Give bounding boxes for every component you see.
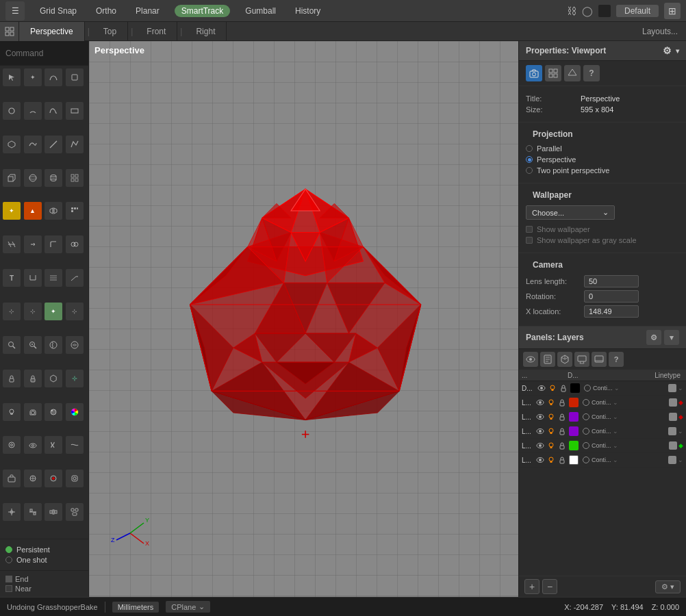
grasshopper-tool[interactable]: ⊹ [66,370,84,387]
snap-tool[interactable]: ⊹ [3,303,21,320]
persistent-radio[interactable] [5,546,12,553]
tab-front[interactable]: Front [136,22,177,41]
layer-color-3[interactable] [569,426,579,436]
line-tool[interactable] [45,136,62,153]
perspective-radio[interactable] [526,156,533,163]
layer-dot-1[interactable] [583,399,589,406]
projection-parallel[interactable]: Parallel [526,144,679,153]
tab-perspective[interactable]: Perspective [19,22,85,41]
arc-tool[interactable] [24,102,42,120]
app-menu-button[interactable]: ☰ [5,1,25,21]
layer-dot-4[interactable] [583,442,589,449]
light-tool[interactable] [3,403,21,421]
smarttrack-button[interactable]: SmartTrack [175,5,231,17]
add-layer-button[interactable]: + [524,579,539,594]
record-tool[interactable] [45,470,62,487]
circle-tool[interactable] [3,102,21,120]
layer-lock-icon-4[interactable] [557,441,567,450]
fire-tool[interactable]: ▲ [24,202,42,220]
layer-row-5[interactable]: L... Conti... ⌄ ⌄ [519,453,686,467]
layer-visible-icon-5[interactable] [535,455,545,465]
wallpaper-choose-dropdown[interactable]: Choose... ⌄ [526,205,615,220]
gridsnap-button[interactable]: Grid Snap [36,5,81,17]
text-tool[interactable]: T [3,269,21,287]
rotation-input[interactable] [584,290,639,303]
camera2-tool[interactable] [24,403,42,421]
layer-endcolor-5[interactable] [668,456,676,464]
layer-lock-icon-1[interactable] [557,398,567,407]
layer-dot-2[interactable] [583,413,589,420]
panel-chevron-icon[interactable]: ▾ [676,47,679,55]
snap-end[interactable]: End [5,575,83,583]
point-tool[interactable]: ✦ [24,68,42,86]
flow2-tool[interactable] [66,436,84,454]
group-tool[interactable] [66,503,84,521]
rect-tool[interactable] [66,102,84,120]
layer-color-4[interactable] [569,441,579,450]
layer-row-2[interactable]: L... Conti... ⌄ ◆ [519,410,686,424]
layer-dot-3[interactable] [583,428,589,435]
ring-tool[interactable] [3,436,21,454]
units-display[interactable]: Millimeters [112,602,160,613]
viewport[interactable]: Perspective [89,41,518,597]
grid-tab-icon[interactable] [545,65,561,81]
layer-lock-icon-3[interactable] [557,426,567,436]
align-tool[interactable] [24,503,42,521]
snap-near-check[interactable] [5,585,12,592]
array-tool[interactable] [66,202,84,220]
polygon-tool[interactable] [3,136,21,153]
layer-bulb-icon-2[interactable] [546,412,556,422]
layer-visible-icon-3[interactable] [535,426,545,436]
distribute-tool[interactable] [45,503,62,521]
layer-endcolor-1[interactable] [669,398,677,407]
dim-tool[interactable] [24,269,42,287]
layer-color-5[interactable] [569,455,579,465]
layer-color-2[interactable] [569,412,579,422]
planar-button[interactable]: Planar [131,5,164,17]
lock-tool[interactable] [3,370,21,387]
show-wallpaper-row[interactable]: Show wallpaper [526,225,679,233]
projection-perspective[interactable]: Perspective [526,155,679,164]
layer-endcolor-3[interactable] [668,427,676,435]
xlocation-input[interactable] [584,305,639,318]
curvature-tool[interactable] [24,336,42,354]
fullscreen-button[interactable]: ⊞ [664,3,681,19]
layer-dot-5[interactable] [583,457,589,463]
help-tab-icon[interactable]: ? [583,65,600,81]
layer-endcolor-2[interactable] [669,413,677,421]
camera-tab-icon[interactable] [526,65,542,81]
flow-tool[interactable]: ⊹ [66,303,84,320]
layer-lock-icon-2[interactable] [557,412,567,422]
sphere-tool[interactable] [24,169,42,187]
render-tool[interactable] [45,403,62,421]
colorwheel-tool[interactable] [66,403,84,421]
select-tool[interactable] [3,68,21,86]
torus-tool[interactable] [24,436,42,454]
projection-twopoint[interactable]: Two point perspective [526,166,679,175]
layer-bulb-icon-0[interactable] [548,383,557,393]
snap-end-check[interactable] [5,576,12,582]
remove-layer-button[interactable]: − [542,579,557,594]
oneshot-radio[interactable] [5,556,12,563]
mirror-tool[interactable] [45,202,62,220]
emap-tool[interactable] [66,336,84,354]
layer-row-1[interactable]: L... Conti... ⌄ ◆ [519,396,686,410]
layer-row-4[interactable]: L... Conti... ⌄ ◆ [519,439,686,453]
curve-tool[interactable] [45,68,62,86]
orient-tool[interactable] [3,503,21,521]
box-tool[interactable] [3,169,21,187]
hexagon-tool[interactable] [45,370,62,387]
twist-tool[interactable] [45,436,62,454]
layer-row-0[interactable]: D... Conti... ⌄ ⌄ [519,381,686,396]
layer-bulb-icon-4[interactable] [546,441,556,450]
hatch-tool[interactable] [45,269,62,287]
layers-monitor-icon[interactable] [574,352,589,367]
layer-endcolor-0[interactable] [668,384,676,392]
layers-page-icon[interactable] [540,352,555,367]
show-wallpaper-checkbox[interactable] [526,226,533,233]
layer-visible-icon-2[interactable] [535,412,545,422]
spline-tool[interactable] [24,136,42,153]
layers-cube-icon[interactable] [557,352,572,367]
zebra-tool[interactable] [45,336,62,354]
lock2-tool[interactable] [24,370,42,387]
